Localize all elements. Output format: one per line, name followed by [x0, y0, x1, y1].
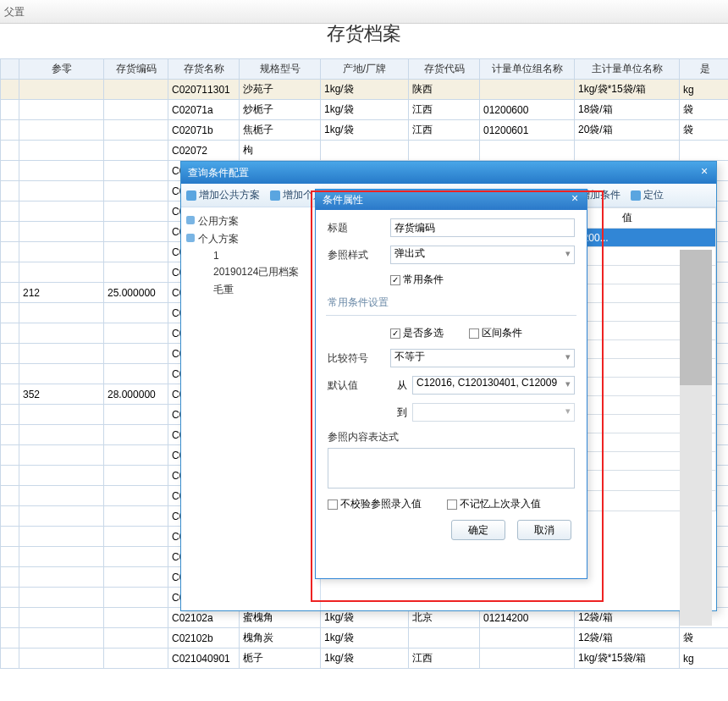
title-input[interactable]: [390, 218, 575, 237]
scrollbar[interactable]: [680, 250, 712, 626]
query-config-dialog: 查询条件配置 × 增加公共方案增加个人方案删除方案显示常用上移下移增加条件定位 …: [180, 161, 717, 611]
query-config-title: 查询条件配置 ×: [181, 162, 716, 184]
scheme-tree[interactable]: 公用方案 个人方案 120190124已用档案毛重: [181, 207, 321, 610]
table-row[interactable]: C020711301沙苑子1kg/袋陕西1kg/袋*15袋/箱kg: [1, 80, 729, 100]
toolbar-icon: [270, 190, 280, 201]
tree-child[interactable]: 20190124已用档案: [185, 263, 317, 281]
grid-col[interactable]: 规格型号: [240, 59, 321, 80]
range-checkbox[interactable]: 区间条件: [469, 326, 522, 340]
toolbar-icon: [186, 190, 196, 201]
default-from-select[interactable]: C12016, C120130401, C12009: [412, 376, 575, 395]
table-row[interactable]: C02102b槐角炭1kg/袋12袋/箱袋: [1, 628, 729, 649]
tree-personal[interactable]: 个人方案: [198, 233, 239, 245]
cancel-button[interactable]: 取消: [517, 520, 571, 540]
grid-col[interactable]: 存货名称: [168, 59, 240, 80]
query-config-title-text: 查询条件配置: [188, 167, 249, 179]
default-to-select[interactable]: [412, 403, 575, 422]
ok-button[interactable]: 确定: [451, 520, 505, 540]
grid-col[interactable]: 存货代码: [409, 59, 480, 80]
condition-property-title: 条件属性 ×: [316, 190, 587, 210]
expr-textarea[interactable]: [328, 448, 575, 488]
label-refstyle: 参照样式: [328, 248, 390, 262]
nocheck-checkbox[interactable]: 不校验参照录入值: [328, 497, 422, 511]
table-row[interactable]: C02072枸: [1, 141, 729, 161]
refstyle-select[interactable]: 弹出式: [390, 246, 575, 264]
fieldset-label: 常用条件设置: [328, 295, 575, 310]
label-default: 默认值: [328, 378, 390, 393]
common-cond-checkbox[interactable]: ✓常用条件: [390, 273, 444, 287]
label-to: 到: [390, 406, 412, 420]
tree-public[interactable]: 公用方案: [198, 215, 239, 227]
label-expr: 参照内容表达式: [328, 430, 399, 444]
folder-icon: [186, 234, 195, 242]
condition-property-dialog: 条件属性 × 标题 参照样式 弹出式 ✓常用条件 常用条件设置 ✓是否多选 区间…: [315, 189, 587, 579]
tree-child[interactable]: 毛重: [185, 281, 317, 299]
table-row[interactable]: C02071b焦栀子1kg/袋江西0120060120袋/箱袋: [1, 120, 729, 141]
close-icon[interactable]: ×: [696, 163, 713, 180]
cmp-select[interactable]: 不等于: [390, 349, 575, 367]
grid-col[interactable]: 主计量单位名称: [575, 59, 680, 80]
noremember-checkbox[interactable]: 不记忆上次录入值: [447, 497, 541, 511]
tree-child[interactable]: 1: [185, 248, 317, 263]
close-icon[interactable]: ×: [566, 190, 583, 207]
header-tag: 父置: [4, 5, 25, 19]
table-row[interactable]: C02071a炒栀子1kg/袋江西0120060018袋/箱袋: [1, 100, 729, 120]
label-from: 从: [390, 378, 412, 393]
grid-col[interactable]: 产地/厂牌: [321, 59, 409, 80]
folder-icon: [186, 216, 195, 224]
toolbar-item[interactable]: 定位: [631, 188, 664, 202]
grid-col[interactable]: 参零: [19, 59, 104, 80]
grid-col[interactable]: 存货编码: [104, 59, 168, 80]
table-row[interactable]: C021040901栀子1kg/袋江西1kg/袋*15袋/箱kg: [1, 649, 729, 669]
toolbar-item[interactable]: 增加公共方案: [186, 188, 260, 202]
grid-col[interactable]: 计量单位组名称: [480, 59, 575, 80]
grid-col[interactable]: 是: [680, 59, 729, 80]
label-title: 标题: [328, 221, 390, 235]
label-cmp: 比较符号: [328, 351, 390, 366]
toolbar-icon: [631, 190, 641, 201]
multi-checkbox[interactable]: ✓是否多选: [390, 326, 444, 340]
